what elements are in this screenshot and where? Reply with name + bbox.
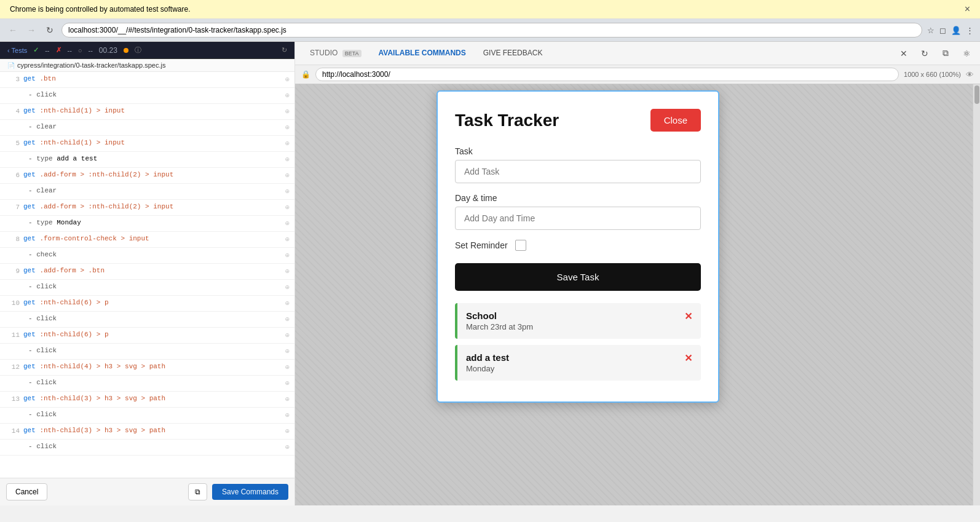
notification-close[interactable]: ×: [965, 4, 970, 15]
close-modal-button[interactable]: Close: [650, 109, 701, 132]
row-close-button[interactable]: ⊕: [285, 154, 290, 165]
forward-button[interactable]: →: [25, 23, 38, 37]
fail-dashes: --: [68, 47, 72, 54]
test-command: get: [23, 139, 39, 146]
menu-icon[interactable]: ⋮: [966, 26, 974, 35]
test-action: - click: [23, 315, 57, 322]
copy-icon: ⧉: [195, 488, 200, 496]
eye-icon[interactable]: 👁: [966, 70, 974, 79]
row-close-button[interactable]: ⊕: [285, 218, 290, 229]
row-close-button[interactable]: ⊕: [285, 90, 290, 101]
undo-icon[interactable]: ↻: [282, 46, 287, 54]
row-close-button[interactable]: ⊕: [285, 170, 290, 181]
test-selector: .add-form > :nth-child(2) > input: [39, 171, 173, 178]
close-panel-button[interactable]: ✕: [895, 45, 912, 62]
inner-url-bar[interactable]: [315, 68, 899, 81]
bottom-bar: Cancel ⧉ Save Commands: [0, 478, 294, 505]
row-close-button[interactable]: ⊕: [285, 330, 290, 341]
task-name: School: [466, 310, 684, 321]
row-close-button[interactable]: ⊕: [285, 234, 290, 245]
row-close-button[interactable]: ⊕: [285, 202, 290, 213]
save-task-button[interactable]: Save Task: [455, 263, 701, 291]
test-row: - type Monday⊕: [0, 216, 294, 232]
row-close-button[interactable]: ⊕: [285, 298, 290, 309]
bookmark-icon[interactable]: ☆: [927, 26, 935, 35]
task-delete-button[interactable]: ✕: [684, 310, 692, 322]
test-row: - click⊕: [0, 312, 294, 328]
modal-title: Task Tracker: [455, 111, 559, 130]
test-row: - click⊕: [0, 88, 294, 104]
test-content: get :nth-child(1) > input: [23, 106, 282, 116]
scrollbar[interactable]: [973, 84, 980, 505]
row-close-button[interactable]: ⊕: [285, 425, 290, 437]
loading-dashes: --: [89, 47, 93, 54]
row-close-button[interactable]: ⊕: [285, 250, 290, 261]
extensions-icon[interactable]: ◻: [939, 26, 946, 35]
tab-available-commands[interactable]: AVAILABLE COMMANDS: [370, 44, 475, 63]
row-close-button[interactable]: ⊕: [285, 122, 290, 133]
scrollbar-thumb[interactable]: [974, 85, 979, 104]
test-row: - click⊕: [0, 408, 294, 424]
row-close-button[interactable]: ⊕: [285, 393, 290, 405]
tests-back-btn[interactable]: ‹ Tests: [7, 47, 27, 54]
daytime-input[interactable]: [455, 207, 701, 230]
row-close-button[interactable]: ⊕: [285, 138, 290, 149]
row-close-button[interactable]: ⊕: [285, 314, 290, 325]
save-commands-button[interactable]: Save Commands: [212, 484, 288, 500]
tab-studio[interactable]: STUDIO BETA: [301, 44, 370, 63]
row-close-button[interactable]: ⊕: [285, 441, 290, 453]
test-action-value: add a test: [57, 155, 97, 162]
line-number: 4: [7, 106, 20, 117]
cancel-button[interactable]: Cancel: [6, 483, 47, 500]
test-content: - type add a test: [23, 154, 282, 164]
test-row: - click⊕: [0, 344, 294, 360]
cypress-toolbar: STUDIO BETA AVAILABLE COMMANDS GIVE FEED…: [295, 42, 980, 65]
row-close-button[interactable]: ⊕: [285, 282, 290, 293]
task-info: add a test Monday: [466, 352, 684, 373]
refresh-button[interactable]: ↻: [43, 23, 57, 37]
reset-button[interactable]: ↻: [916, 45, 933, 62]
file-icon: 📄: [7, 62, 15, 69]
line-number: 7: [7, 202, 20, 213]
copy-panel-button[interactable]: ⧉: [937, 45, 954, 62]
test-selector: :nth-child(3) > h3 > svg > path: [39, 427, 165, 434]
task-item: add a test Monday ✕: [455, 345, 701, 381]
test-row: 3get .btn⊕: [0, 72, 294, 88]
row-close-button[interactable]: ⊕: [285, 362, 290, 373]
task-list: School March 23rd at 3pm ✕ add a test Mo…: [455, 303, 701, 381]
test-selector: .btn: [39, 75, 55, 82]
row-close-button[interactable]: ⊕: [285, 186, 290, 197]
row-close-button[interactable]: ⊕: [285, 74, 290, 85]
task-delete-button[interactable]: ✕: [684, 352, 692, 364]
test-content: - clear: [23, 186, 282, 196]
account-icon[interactable]: 👤: [951, 26, 961, 35]
test-command: get: [23, 107, 39, 114]
tab-give-feedback[interactable]: GIVE FEEDBACK: [475, 44, 551, 63]
test-content: get .add-form > :nth-child(2) > input: [23, 202, 282, 212]
reminder-label: Set Reminder: [455, 240, 508, 250]
url-bar[interactable]: [61, 23, 922, 38]
task-item: School March 23rd at 3pm ✕: [455, 303, 701, 339]
row-close-button[interactable]: ⊕: [285, 378, 290, 389]
row-close-button[interactable]: ⊕: [285, 409, 290, 421]
test-content: - click: [23, 346, 282, 356]
task-info: School March 23rd at 3pm: [466, 310, 684, 331]
test-content: - click: [23, 314, 282, 324]
line-number: 11: [7, 330, 20, 341]
line-number: [7, 186, 20, 186]
task-input[interactable]: [455, 160, 701, 183]
reminder-checkbox[interactable]: [515, 240, 526, 251]
size-indicator: 1000 x 660 (100%): [904, 71, 961, 78]
row-close-button[interactable]: ⊕: [285, 266, 290, 277]
main-layout: ‹ Tests ✓ -- ✗ -- ○ -- 00.23 ⓘ ↻ 📄 cypre…: [0, 42, 980, 505]
row-close-button[interactable]: ⊕: [285, 106, 290, 117]
settings-button[interactable]: ⚛: [958, 45, 975, 62]
cypress-header: ‹ Tests ✓ -- ✗ -- ○ -- 00.23 ⓘ ↻: [0, 42, 294, 59]
row-close-button[interactable]: ⊕: [285, 346, 290, 357]
cypress-tabs: STUDIO BETA AVAILABLE COMMANDS GIVE FEED…: [295, 44, 895, 63]
line-number: 12: [7, 362, 20, 373]
test-selector: :nth-child(1) > input: [39, 139, 125, 146]
copy-button[interactable]: ⧉: [188, 483, 207, 500]
back-button[interactable]: ←: [6, 23, 20, 37]
address-bar-row: ← → ↻ ☆ ◻ 👤 ⋮: [0, 19, 980, 42]
